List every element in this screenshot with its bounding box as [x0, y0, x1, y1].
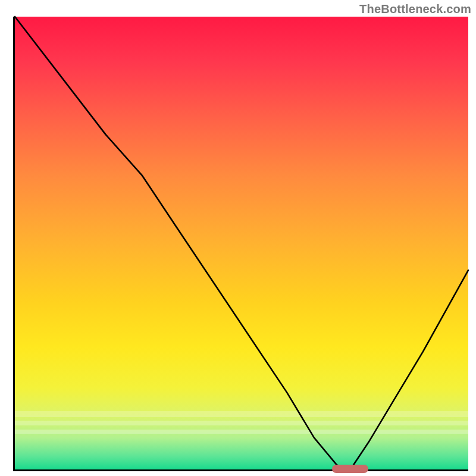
- plot-area: [13, 17, 468, 471]
- bottleneck-curve: [15, 17, 468, 469]
- watermark-text: TheBottleneck.com: [359, 2, 471, 16]
- optimum-marker: [332, 465, 368, 473]
